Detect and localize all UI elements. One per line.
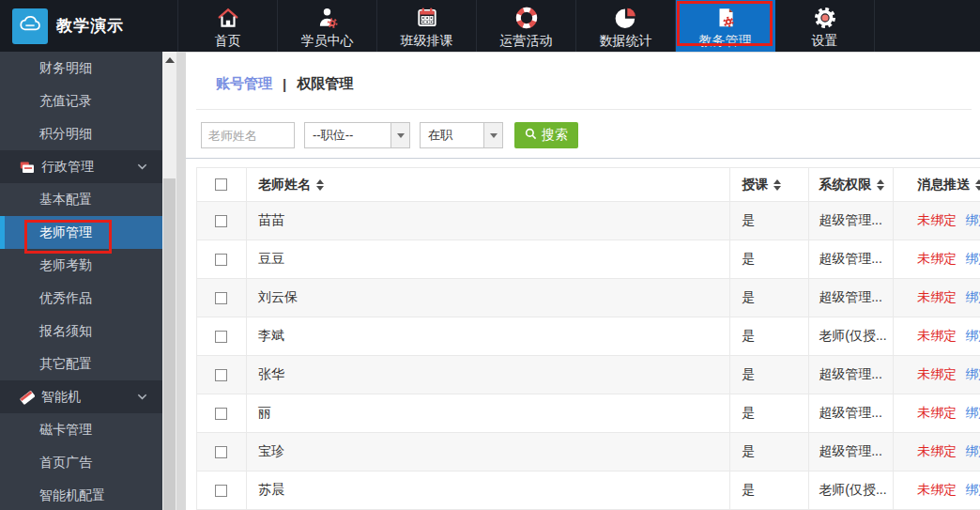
- sort-icon[interactable]: [975, 179, 980, 191]
- table-row: 张华 是 超级管理... 未绑定绑定: [197, 356, 980, 394]
- teacher-name: 宝珍: [247, 433, 730, 471]
- cloud-icon: [17, 11, 43, 41]
- sidebar-item-teacher-attendance[interactable]: 老师考勤: [0, 249, 162, 282]
- sidebar-item-finance-detail[interactable]: 财务明细: [0, 52, 162, 85]
- nav-item-settings[interactable]: 设置: [775, 0, 875, 52]
- nav-item-class-scheduling[interactable]: 班级排课: [377, 0, 477, 52]
- sidebar: 财务明细 充值记录 积分明细 行政管理 基本配置 老师管理 老师考勤 优秀作品 …: [0, 52, 162, 510]
- row-checkbox[interactable]: [215, 369, 227, 381]
- nav-item-statistics[interactable]: 数据统计: [576, 0, 676, 52]
- sidebar-section-smart-machine[interactable]: 智能机: [0, 380, 162, 413]
- bind-link[interactable]: 绑定: [965, 251, 980, 268]
- push-status: 未绑定: [917, 482, 957, 499]
- lifebuoy-icon: [514, 5, 539, 31]
- employment-status-select[interactable]: 在职: [420, 122, 503, 148]
- bind-link[interactable]: 绑定: [965, 443, 980, 460]
- content-gutter: [176, 52, 186, 510]
- select-arrow-box: [483, 123, 502, 147]
- table-row: 豆豆 是 超级管理... 未绑定绑定: [197, 240, 980, 279]
- student-center-icon: [315, 5, 340, 31]
- push-status: 未绑定: [917, 366, 957, 383]
- row-checkbox[interactable]: [215, 331, 227, 343]
- brand: 教学演示: [12, 0, 124, 52]
- sort-icon[interactable]: [773, 179, 781, 191]
- row-checkbox[interactable]: [215, 254, 227, 266]
- sidebar-item-basic-config[interactable]: 基本配置: [0, 183, 162, 216]
- document-gear-icon: [713, 5, 738, 31]
- bind-link[interactable]: 绑定: [965, 212, 980, 229]
- sidebar-section-admin-management[interactable]: 行政管理: [0, 150, 162, 183]
- sort-icon[interactable]: [316, 179, 324, 191]
- bind-link[interactable]: 绑定: [965, 482, 980, 499]
- tab-separator: |: [283, 76, 286, 92]
- teacher-name: 丽: [247, 394, 730, 432]
- sidebar-item-smart-machine-config[interactable]: 智能机配置: [0, 479, 162, 510]
- sidebar-item-recharge-records[interactable]: 充值记录: [0, 85, 162, 117]
- sidebar-item-homepage-ads[interactable]: 首页广告: [0, 446, 162, 479]
- app-logo[interactable]: [12, 8, 48, 44]
- table-row: 李斌 是 老师(仅授... 未绑定绑定: [197, 317, 980, 356]
- row-checkbox[interactable]: [215, 292, 227, 304]
- chevron-down-icon: [136, 391, 148, 406]
- row-checkbox[interactable]: [215, 485, 227, 497]
- topbar: 教学演示 首页 学员中心 班级排课 运营活动: [0, 0, 980, 52]
- content-tabs: 账号管理 | 权限管理: [216, 75, 353, 93]
- bind-link[interactable]: 绑定: [965, 289, 980, 306]
- table-row: 宝珍 是 超级管理... 未绑定绑定: [197, 433, 980, 471]
- teacher-name: 苏晨: [247, 471, 730, 509]
- table-row: 苗苗 是 超级管理... 未绑定绑定: [197, 202, 980, 240]
- teacher-name-input[interactable]: [201, 122, 295, 148]
- nav-item-student-center[interactable]: 学员中心: [278, 0, 377, 52]
- chevron-down-icon: [490, 133, 498, 138]
- table-row: 丽 是 超级管理... 未绑定绑定: [197, 394, 980, 433]
- bind-link[interactable]: 绑定: [965, 405, 980, 422]
- admin-folder-icon: [20, 160, 35, 175]
- select-all-checkbox[interactable]: [215, 178, 227, 191]
- calendar-icon: [415, 5, 439, 31]
- nav-item-home[interactable]: 首页: [178, 0, 278, 52]
- home-icon: [216, 5, 240, 31]
- position-select[interactable]: --职位--: [304, 122, 410, 148]
- sidebar-scrollbar[interactable]: [162, 52, 176, 510]
- sidebar-item-other-config[interactable]: 其它配置: [0, 348, 162, 380]
- teacher-name: 豆豆: [247, 240, 730, 278]
- search-button[interactable]: 搜索: [514, 122, 578, 148]
- sidebar-item-teacher-management[interactable]: 老师管理: [0, 216, 162, 249]
- scrollbar-thumb[interactable]: [163, 178, 176, 510]
- search-toolbar: --职位-- 在职 搜索: [201, 122, 578, 148]
- push-status: 未绑定: [917, 251, 957, 268]
- push-status: 未绑定: [917, 212, 957, 229]
- sidebar-item-registration-notice[interactable]: 报名须知: [0, 315, 162, 348]
- select-arrow-box: [390, 123, 409, 147]
- bind-link[interactable]: 绑定: [965, 328, 980, 345]
- sidebar-item-card-management[interactable]: 磁卡管理: [0, 413, 162, 446]
- chevron-down-icon: [136, 161, 148, 176]
- push-status: 未绑定: [917, 289, 957, 306]
- gear-icon: [813, 5, 837, 31]
- teacher-name: 苗苗: [247, 202, 730, 240]
- top-navigation: 首页 学员中心 班级排课 运营活动 数据统计: [177, 0, 875, 52]
- table-row: 刘云保 是 超级管理... 未绑定绑定: [197, 279, 980, 317]
- nav-item-academic-management[interactable]: 教务管理: [676, 0, 775, 52]
- push-status: 未绑定: [917, 443, 957, 460]
- row-checkbox[interactable]: [215, 446, 227, 458]
- row-checkbox[interactable]: [215, 215, 227, 227]
- tabs-underline: [196, 109, 972, 110]
- sort-icon[interactable]: [877, 179, 884, 191]
- nav-item-operations[interactable]: 运营活动: [477, 0, 576, 52]
- push-status: 未绑定: [917, 405, 957, 422]
- teacher-name: 刘云保: [247, 279, 730, 317]
- sidebar-item-points-detail[interactable]: 积分明细: [0, 117, 162, 150]
- teacher-name: 李斌: [247, 317, 730, 355]
- tab-account-management[interactable]: 账号管理: [216, 75, 272, 93]
- row-checkbox[interactable]: [215, 408, 227, 420]
- table-header-row: 老师姓名 授课 系统权限 消息推送: [197, 168, 980, 202]
- sidebar-item-excellent-works[interactable]: 优秀作品: [0, 282, 162, 315]
- tab-permission-management[interactable]: 权限管理: [297, 75, 353, 93]
- scroll-up-arrow-icon[interactable]: [165, 57, 175, 63]
- bind-link[interactable]: 绑定: [965, 366, 980, 383]
- main-content: 账号管理 | 权限管理 --职位-- 在职 搜索 老师姓名 授课 系统权限 消息…: [186, 52, 980, 510]
- chevron-down-icon: [397, 133, 405, 138]
- app-title: 教学演示: [56, 15, 124, 37]
- pie-chart-icon: [614, 5, 638, 31]
